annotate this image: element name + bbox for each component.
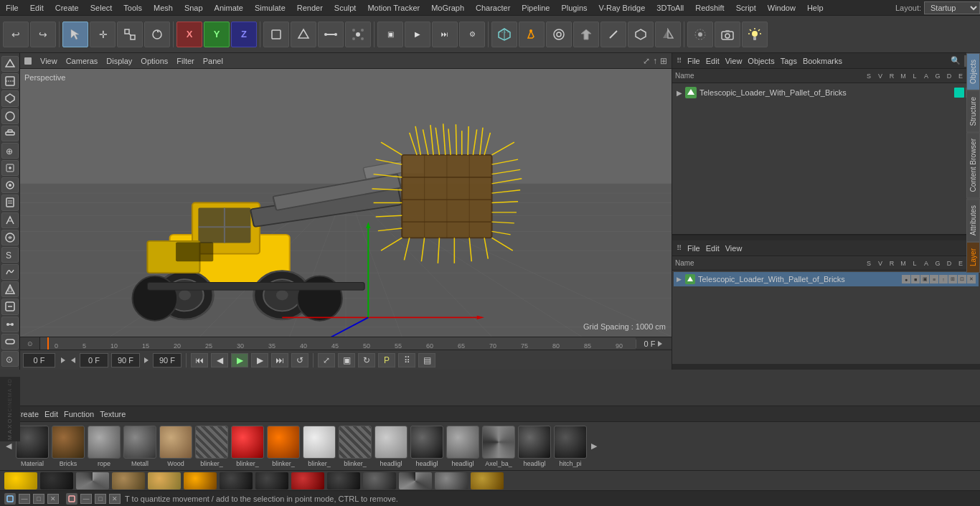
win-close-2[interactable]: ✕ [109,494,121,504]
menu-mesh[interactable]: Mesh [148,2,179,14]
mat-menu-texture[interactable]: Texture [100,410,126,418]
tab-attributes[interactable]: Attributes [966,199,980,242]
select-tool[interactable] [62,22,88,47]
extrude-btn[interactable] [573,22,599,47]
attr-menu-view[interactable]: View [725,244,743,253]
track-btn[interactable]: ▣ [338,353,355,367]
play-btn[interactable]: ▶ [231,353,248,367]
menu-sculpt[interactable]: Sculpt [329,2,362,14]
mat-blinker1[interactable]: blinker_ [195,426,228,467]
win-minimize-2[interactable]: — [80,494,92,504]
menu-help[interactable]: Help [801,2,829,14]
camera-btn[interactable] [715,22,740,47]
x-axis-btn[interactable]: X [176,22,202,47]
mat-row2-1[interactable] [4,472,37,489]
cube-btn[interactable] [491,22,517,47]
point-mode-btn[interactable] [345,22,371,47]
left-tool-18[interactable]: ⊙ [1,351,19,367]
live-select-btn[interactable] [687,22,713,47]
obj-search-icon[interactable]: 🔍 [950,55,961,67]
z-axis-btn[interactable]: Z [231,22,257,47]
menu-plugins[interactable]: Plugins [555,2,593,14]
end-frame-input[interactable] [111,353,140,367]
mat-blinker3[interactable]: blinker_ [267,426,300,467]
playhead[interactable] [47,337,49,350]
render-active-btn[interactable]: ▶ [405,22,430,47]
fps-input[interactable] [153,353,182,367]
viewport-icon-fullscreen[interactable]: ⊞ [660,56,667,66]
viewport-menu-filter[interactable]: Filter [176,57,194,65]
poly-mode-btn[interactable] [291,22,316,47]
attr-menu-file[interactable]: File [687,244,700,253]
keyframe-btn[interactable]: ⤢ [318,353,335,367]
win-icon-1[interactable] [4,493,16,505]
y-axis-btn[interactable]: Y [204,22,230,47]
menu-file[interactable]: File [0,2,24,14]
obj-menu-view[interactable]: View [725,57,743,65]
left-tool-10[interactable] [1,212,19,228]
mat-row2-10[interactable] [327,472,360,489]
mat-headlight4[interactable]: headligl [518,426,551,467]
obj-expand[interactable]: ▶ [677,89,685,97]
menu-render[interactable]: Render [291,2,329,14]
mirror-btn[interactable] [655,22,681,47]
viewport-menu-display[interactable]: Display [106,57,132,65]
left-tool-17[interactable] [1,334,19,350]
goto-end-btn[interactable]: ⏭ [271,353,288,367]
power-btn[interactable]: P [378,353,395,367]
left-tool-14[interactable] [1,281,19,297]
left-tool-3[interactable] [1,90,19,106]
menu-character[interactable]: Character [470,2,516,14]
left-tool-13[interactable] [1,264,19,280]
mat-blinker2[interactable]: blinker_ [231,426,264,467]
menu-motion-tracker[interactable]: Motion Tracker [362,2,425,14]
left-tool-8[interactable] [1,177,19,193]
obj-menu-file[interactable]: File [687,57,700,65]
menu-edit[interactable]: Edit [24,2,50,14]
left-tool-6[interactable]: ⊕ [1,143,19,159]
mat-rope[interactable]: rope [88,426,121,467]
mat-headlight1[interactable]: headligl [374,426,407,467]
win-icon-2[interactable] [66,493,77,505]
left-tool-4[interactable] [1,108,19,124]
menu-pipeline[interactable]: Pipeline [516,2,555,14]
rotate-tool[interactable] [144,22,170,47]
mat-row2-5[interactable] [148,472,181,489]
mat-row2-12[interactable] [399,472,432,489]
mat-row2-9[interactable] [291,472,324,489]
obj-menu-bookmarks[interactable]: Bookmarks [803,57,842,65]
pen-tool-btn[interactable] [519,22,545,47]
loop-cut-btn[interactable] [546,22,572,47]
mat-row2-14[interactable] [471,472,504,489]
menu-window[interactable]: Window [762,2,801,14]
light-btn[interactable] [742,22,768,47]
mat-blinker5[interactable]: blinker_ [339,426,372,467]
mat-row2-13[interactable] [435,472,468,489]
obj-menu-objects[interactable]: Objects [748,57,774,65]
mat-hitch[interactable]: hitch_pi [554,426,587,467]
step-forward-btn[interactable]: ▶ [251,353,268,367]
goto-start-btn[interactable]: ⏮ [191,353,208,367]
mat-metall[interactable]: Metall [123,426,156,467]
menu-animate[interactable]: Animate [209,2,249,14]
mat-row2-4[interactable] [112,472,145,489]
tab-layer[interactable]: Layer [966,242,980,273]
mat-row2-2[interactable] [40,472,73,489]
win-close[interactable]: ✕ [47,494,59,504]
viewport-menu-options[interactable]: Options [141,57,168,65]
viewport-icon-arrows[interactable]: ⤢ [643,56,650,66]
viewport-icon-up[interactable]: ↑ [653,56,657,66]
undo-button[interactable]: ↩ [3,22,29,47]
current-frame-input[interactable] [23,353,55,367]
viewport-menu-view[interactable]: View [40,57,57,65]
timeline-ruler[interactable]: 0 5 10 15 20 25 30 35 40 45 50 55 60 65 [40,337,636,350]
win-maximize-2[interactable]: □ [95,494,106,504]
start-frame-input[interactable] [80,353,108,367]
menu-mograph[interactable]: MoGraph [425,2,470,14]
attr-menu-edit[interactable]: Edit [706,244,720,253]
polygon-btn[interactable] [628,22,654,47]
tab-objects[interactable]: Objects [966,53,980,90]
knife-btn[interactable] [600,22,626,47]
left-tool-2[interactable] [1,73,19,89]
mat-axle[interactable]: Axel_ba_ [482,426,515,467]
